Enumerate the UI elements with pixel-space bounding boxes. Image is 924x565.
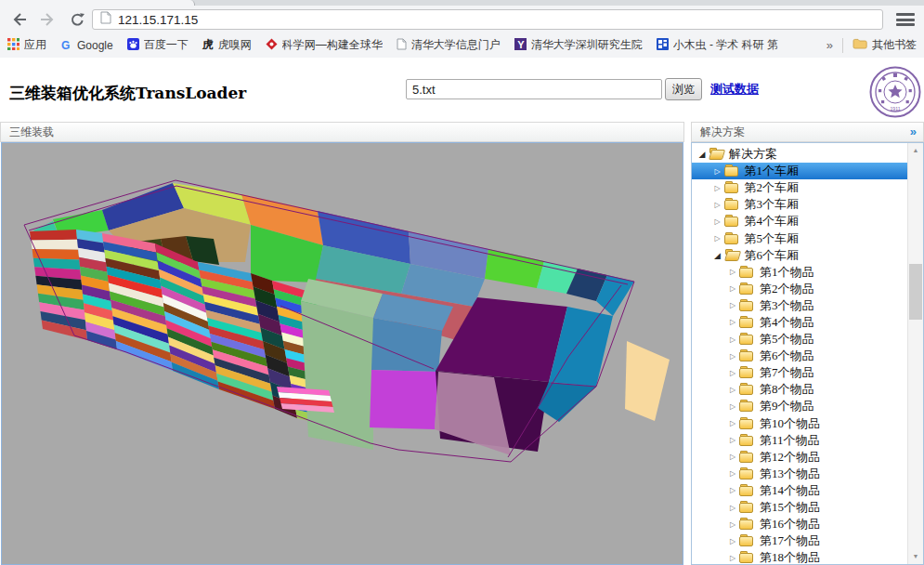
tree-scrollbar[interactable]: ▲ ▼	[907, 143, 923, 564]
tree-expander-icon[interactable]: ▷	[711, 167, 724, 176]
tree-node[interactable]: ▷第3个物品	[692, 297, 923, 314]
tree-expander-icon[interactable]: ▷	[726, 436, 739, 444]
tree-node-label: 第1个车厢	[742, 163, 802, 179]
solution-panel-header: 解决方案 »	[691, 122, 924, 142]
folder-icon	[724, 215, 740, 228]
tree-expander-icon[interactable]: ▷	[726, 469, 739, 478]
tree-expander-icon[interactable]: ▷	[726, 504, 739, 512]
tree-node[interactable]: ▷第11个物品	[692, 432, 923, 449]
tree-node[interactable]: ▷第2个物品	[692, 281, 923, 297]
tree-node[interactable]: ▷第2个车厢	[692, 179, 923, 196]
bookmarks-overflow-icon[interactable]: »	[826, 38, 833, 52]
folder-icon	[739, 366, 755, 379]
tree-expander-icon[interactable]: ▷	[711, 201, 724, 209]
tree-node-label: 第4个车厢	[742, 213, 802, 230]
tree-node[interactable]: ▷第9个物品	[692, 398, 923, 414]
url-bar[interactable]: 121.15.171.15	[92, 9, 883, 30]
forward-icon[interactable]	[35, 7, 59, 32]
tree-expander-icon[interactable]: ▷	[726, 284, 739, 293]
back-icon[interactable]	[7, 7, 32, 32]
tree-node[interactable]: ▷第6个物品	[692, 348, 923, 364]
tree-node[interactable]: ▷第3个车厢	[692, 196, 923, 213]
tree-node[interactable]: ▷第13个物品	[692, 466, 923, 482]
tree-expander-icon[interactable]: ◢	[711, 251, 724, 260]
browse-button[interactable]: 浏览	[665, 78, 702, 100]
bookmark-item[interactable]: 百度一下	[127, 37, 189, 53]
tree-expander-icon[interactable]: ▷	[726, 520, 739, 529]
bookmark-item[interactable]: 虎虎嗅网	[202, 37, 252, 53]
tree-node[interactable]: ▷第1个车厢	[692, 163, 923, 179]
bookmark-label: 清华大学深圳研究生院	[531, 37, 643, 53]
bookmark-item[interactable]: 清华大学信息门户	[397, 37, 501, 53]
scene-3d-canvas[interactable]	[1, 142, 683, 565]
tree-node-label: 第7个物品	[757, 364, 817, 381]
tree-node-label: 第18个物品	[757, 549, 823, 565]
tree-node[interactable]: ◢解决方案	[692, 146, 923, 163]
tree-expander-icon[interactable]: ▷	[726, 386, 739, 394]
other-bookmarks[interactable]: 其他书签	[852, 37, 917, 53]
tree-node[interactable]: ▷第16个物品	[692, 516, 923, 532]
tree-expander-icon[interactable]: ▷	[711, 184, 724, 192]
scene-3d[interactable]	[2, 143, 683, 564]
folder-icon	[739, 484, 755, 497]
menu-icon[interactable]	[895, 11, 916, 28]
page-icon	[100, 11, 111, 28]
tree-expander-icon[interactable]: ▷	[726, 268, 739, 276]
collapse-panel-icon[interactable]: »	[910, 123, 917, 141]
tree-expander-icon[interactable]: ▷	[726, 419, 739, 427]
solution-panel-title: 解决方案	[700, 125, 745, 138]
tsinghua-logo-icon: 1911	[868, 65, 922, 123]
tree-expander-icon[interactable]: ▷	[726, 554, 739, 562]
bookmark-item[interactable]: Y清华大学深圳研究生院	[514, 37, 643, 53]
scrollbar-thumb[interactable]	[909, 264, 922, 320]
tree-node[interactable]: ▷第17个物品	[692, 532, 923, 549]
tree-expander-icon[interactable]: ▷	[726, 537, 739, 545]
tree-expander-icon[interactable]: ▷	[726, 352, 739, 361]
tree-node[interactable]: ▷第4个车厢	[692, 213, 923, 230]
tree-node[interactable]: ◢第6个车厢	[692, 247, 923, 264]
tree-node[interactable]: ▷第18个物品	[692, 549, 923, 565]
tree-expander-icon[interactable]: ◢	[696, 150, 709, 159]
reload-icon[interactable]	[65, 7, 89, 32]
tree-node[interactable]: ▷第5个物品	[692, 331, 923, 348]
folder-icon	[739, 501, 755, 514]
tree-expander-icon[interactable]: ▷	[726, 318, 739, 326]
bookmark-label: Google	[77, 39, 113, 52]
tree-expander-icon[interactable]: ▷	[726, 453, 739, 461]
tree-node[interactable]: ▷第12个物品	[692, 449, 923, 466]
google-icon: G	[60, 38, 72, 53]
tree-node[interactable]: ▷第5个车厢	[692, 230, 923, 246]
tree-expander-icon[interactable]: ▷	[726, 486, 739, 494]
bookmark-item[interactable]: 小木虫 - 学术 科研 第	[657, 37, 778, 53]
scroll-down-icon[interactable]: ▼	[908, 549, 923, 564]
tree-expander-icon[interactable]: ▷	[726, 301, 739, 309]
tree-expander-icon[interactable]: ▷	[711, 234, 724, 243]
tree-node[interactable]: ▷第10个物品	[692, 415, 923, 432]
main-content: 三维装载 解决方案 » ◢解决方案▷第1个车厢▷第2个车厢▷第3个车厢▷第4个车…	[0, 122, 924, 565]
tree-node[interactable]: ▷第8个物品	[692, 381, 923, 398]
tree-node[interactable]: ▷第15个物品	[692, 499, 923, 516]
test-data-link[interactable]: 测试数据	[710, 81, 759, 98]
scroll-up-icon[interactable]: ▲	[908, 143, 923, 158]
file-input[interactable]	[406, 79, 662, 99]
tree-node-label: 第12个物品	[757, 449, 823, 466]
tree-expander-icon[interactable]: ▷	[726, 335, 739, 344]
folder-icon	[739, 349, 755, 362]
folder-icon	[724, 181, 740, 194]
page-icon	[397, 38, 407, 53]
tree-node[interactable]: ▷第7个物品	[692, 364, 923, 381]
tree-node[interactable]: ▷第14个物品	[692, 482, 923, 499]
bookmark-item[interactable]: 应用	[7, 37, 46, 53]
tree-node[interactable]: ▷第1个物品	[692, 264, 923, 281]
tree-expander-icon[interactable]: ▷	[726, 369, 739, 377]
bookmark-item[interactable]: GGoogle	[60, 38, 113, 53]
y-icon: Y	[514, 38, 527, 53]
bookmark-item[interactable]: 科学网—构建全球华	[266, 37, 383, 53]
tree-node[interactable]: ▷第4个物品	[692, 314, 923, 331]
tree-node-label: 第6个物品	[757, 348, 817, 364]
tree-expander-icon[interactable]: ▷	[711, 217, 724, 226]
bookmark-label: 小木虫 - 学术 科研 第	[673, 37, 778, 53]
tree-expander-icon[interactable]: ▷	[726, 402, 739, 411]
url-text[interactable]: 121.15.171.15	[118, 13, 198, 27]
viewer-panel: 三维装载	[0, 122, 684, 565]
